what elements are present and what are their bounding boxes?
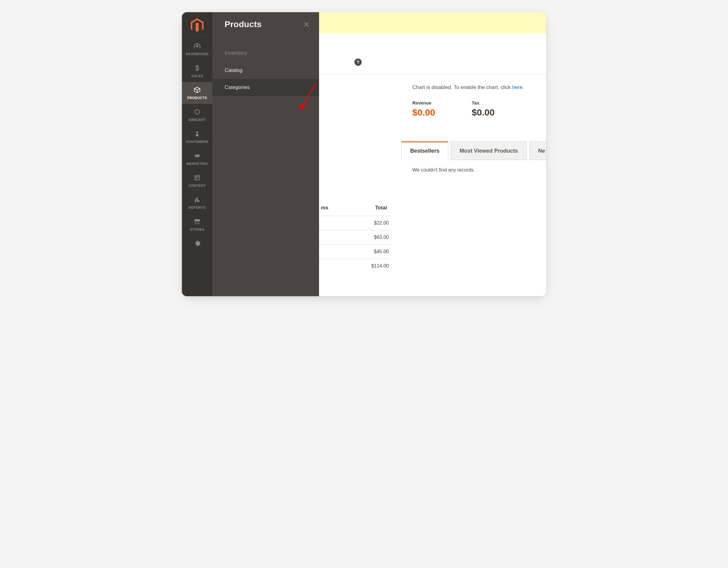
notification-bar <box>319 12 546 34</box>
cell-total: $63.00 <box>374 235 389 240</box>
tab-most-viewed[interactable]: Most Viewed Products <box>451 141 527 160</box>
tab-empty-message: We couldn't find any records. <box>319 160 546 173</box>
gauge-icon <box>193 42 201 50</box>
app-window: DASHBOARD SALES PRODUCTS SIMICART CUSTOM… <box>182 12 546 296</box>
submenu-item-catalog[interactable]: Catalog <box>212 62 319 79</box>
table-row[interactable]: $114.00 <box>319 259 391 273</box>
stat-value: $0.00 <box>412 107 435 118</box>
nav-item-customers[interactable]: CUSTOMERS <box>182 126 212 148</box>
storefront-icon <box>193 217 201 226</box>
nav-label: CUSTOMERS <box>186 140 208 144</box>
cell-total: $114.00 <box>371 263 389 269</box>
submenu-section-inventory: Inventory <box>212 48 319 58</box>
table-row[interactable]: $45.00 <box>319 244 391 259</box>
box-icon <box>193 86 201 94</box>
stat-label: Tax <box>472 100 495 105</box>
cell-total: $45.00 <box>374 249 389 254</box>
nav-label: DASHBOARD <box>186 52 208 56</box>
nav-label: SALES <box>191 74 203 78</box>
nav-label: REPORTS <box>189 206 206 209</box>
nav-item-content[interactable]: CONTENT <box>182 170 212 192</box>
cell-total: $22.00 <box>374 220 389 226</box>
nav-item-system[interactable] <box>182 236 212 248</box>
chart-msg-suffix: . <box>523 84 524 90</box>
nav-item-reports[interactable]: REPORTS <box>182 192 212 214</box>
nav-item-sales[interactable]: SALES <box>182 60 212 82</box>
table-row[interactable]: $22.00 <box>319 216 391 230</box>
nav-item-stores[interactable]: STORES <box>182 214 212 236</box>
layout-icon <box>193 173 201 182</box>
submenu-item-categories[interactable]: Categories <box>212 79 319 96</box>
tabs: Bestsellers Most Viewed Products Ne <box>319 118 546 160</box>
col-total: Total <box>375 205 389 211</box>
dollar-icon <box>193 64 201 72</box>
nav-item-dashboard[interactable]: DASHBOARD <box>182 38 212 60</box>
chart-msg-text: Chart is disabled. To enable the chart, … <box>412 84 512 90</box>
stat-tax: Tax $0.00 <box>472 100 495 118</box>
side-nav: DASHBOARD SALES PRODUCTS SIMICART CUSTOM… <box>182 12 212 296</box>
chart-enable-link[interactable]: here <box>512 84 523 90</box>
main-content: ? Chart is disabled. To enable the chart… <box>319 12 546 296</box>
gear-icon <box>193 239 201 248</box>
bar-chart-icon <box>193 195 201 204</box>
chart-disabled-message: Chart is disabled. To enable the chart, … <box>319 74 546 91</box>
stat-value: $0.00 <box>472 107 495 118</box>
magento-logo[interactable] <box>191 18 204 33</box>
nav-label: STORES <box>190 228 204 231</box>
nav-item-marketing[interactable]: MARKETING <box>182 148 212 170</box>
col-items-partial: ms <box>321 205 328 211</box>
table-header: ms Total <box>319 202 391 216</box>
stat-revenue: Revenue $0.00 <box>412 100 435 118</box>
nav-label: SIMICART <box>189 118 206 122</box>
submenu-title: Products <box>225 20 261 29</box>
help-icon[interactable]: ? <box>354 59 362 66</box>
submenu-header: Products <box>212 12 319 37</box>
nav-item-products[interactable]: PRODUCTS <box>182 82 212 104</box>
stat-label: Revenue <box>412 100 435 105</box>
megaphone-icon <box>193 151 201 160</box>
stats-row: Revenue $0.00 Tax $0.00 <box>319 91 546 118</box>
logo-divider <box>189 36 206 36</box>
nav-item-simicart[interactable]: SIMICART <box>182 104 212 126</box>
nav-label: CONTENT <box>189 184 206 187</box>
tab-bestsellers[interactable]: Bestsellers <box>401 141 448 160</box>
nav-label: MARKETING <box>186 162 208 165</box>
tab-new[interactable]: Ne <box>529 141 546 160</box>
table-row[interactable]: $63.00 <box>319 230 391 244</box>
products-submenu: Products Inventory Catalog Categories <box>212 12 319 296</box>
close-icon[interactable] <box>303 21 311 28</box>
orders-table: ms Total $22.00 $63.00 $45.00 $114.00 <box>319 202 391 273</box>
person-icon <box>193 130 201 138</box>
hexagon-icon <box>193 108 201 116</box>
nav-label: PRODUCTS <box>187 96 207 100</box>
scope-row: ? <box>319 34 546 74</box>
